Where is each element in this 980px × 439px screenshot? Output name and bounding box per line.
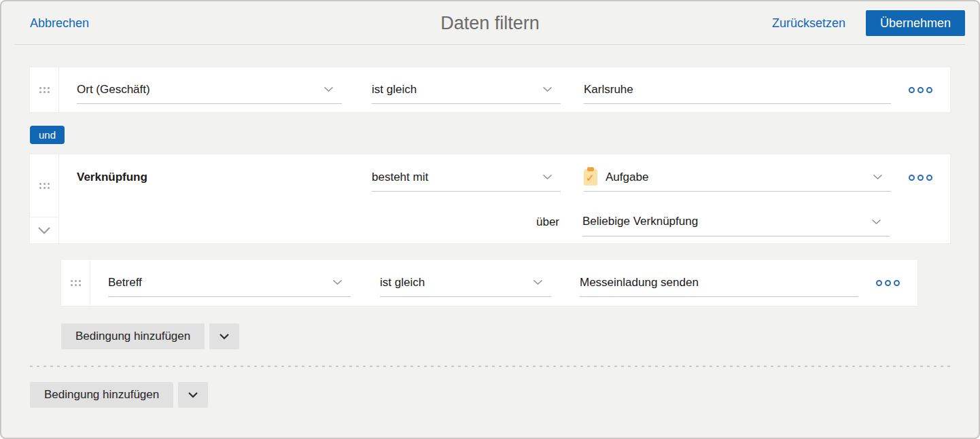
circle-icon <box>926 175 932 181</box>
circle-icon <box>894 280 900 286</box>
entity-select[interactable]: Aufgabe <box>584 163 891 192</box>
collapse-expander[interactable] <box>30 217 58 243</box>
related-entity-via-row: über Beliebige Verknüpfung <box>59 200 950 243</box>
logical-operator-badge[interactable]: und <box>30 126 65 144</box>
circle-icon <box>885 280 891 286</box>
chevron-down-icon <box>323 86 334 92</box>
value-field <box>580 268 858 297</box>
field-select-value: Ort (Geschäft) <box>77 83 323 96</box>
relationship-select[interactable]: Beliebige Verknüpfung <box>582 208 890 236</box>
chevron-down-icon <box>542 174 553 180</box>
field-select-value: Betreff <box>108 276 332 289</box>
chevron-down-icon <box>533 279 543 285</box>
operator-select[interactable]: ist gleich <box>380 268 551 297</box>
relationship-select-value: Beliebige Verknüpfung <box>582 215 871 228</box>
dialog-header: Abbrechen Daten filtern Zurücksetzen Übe… <box>1 1 979 45</box>
field-select[interactable]: Ort (Geschäft) <box>77 75 342 104</box>
chevron-down-icon <box>332 279 343 285</box>
apply-button[interactable]: Übernehmen <box>866 10 965 36</box>
circle-icon <box>909 175 915 181</box>
value-input[interactable] <box>584 83 883 96</box>
value-field <box>584 75 891 104</box>
relation-operator-select[interactable]: besteht mit <box>372 163 561 192</box>
via-label: über <box>77 215 559 229</box>
more-commands-button[interactable] <box>906 84 935 96</box>
drag-handle[interactable] <box>61 260 90 306</box>
circle-icon <box>909 87 915 93</box>
condition-row-1: Ort (Geschäft) ist gleich <box>30 67 950 112</box>
circle-icon <box>917 175 924 181</box>
task-clipboard-icon <box>584 169 597 186</box>
grip-dots-icon <box>71 280 81 286</box>
add-condition-menu-button[interactable] <box>178 382 208 408</box>
grip-dots-icon <box>39 87 50 93</box>
drag-handle[interactable] <box>30 67 59 112</box>
entity-select-value: Aufgabe <box>606 171 873 184</box>
circle-icon <box>917 87 924 93</box>
chevron-down-icon <box>219 333 230 340</box>
chevron-down-icon <box>37 226 51 234</box>
more-commands-button[interactable] <box>873 277 903 289</box>
chevron-down-icon <box>871 219 881 225</box>
grip-dots-icon <box>39 183 50 189</box>
filter-builder: Ort (Geschäft) ist gleich und <box>1 45 979 408</box>
drag-handle[interactable] <box>30 154 58 217</box>
more-commands-button[interactable] <box>906 172 935 183</box>
chevron-down-icon <box>873 174 883 180</box>
add-condition-button[interactable]: Bedingung hinzufügen <box>61 323 205 349</box>
cancel-button[interactable]: Abbrechen <box>30 16 89 31</box>
reset-button[interactable]: Zurücksetzen <box>772 16 845 31</box>
related-entity-label: Verknüpfung <box>77 171 342 184</box>
group-divider <box>30 366 950 367</box>
header-actions: Zurücksetzen Übernehmen <box>772 10 965 36</box>
field-select[interactable]: Betreff <box>108 268 351 297</box>
root-add-condition-group: Bedingung hinzufügen <box>30 382 950 408</box>
related-entity-content: Verknüpfung besteht mit Aufgabe über <box>59 154 950 243</box>
row-left-column <box>30 154 59 243</box>
condition-row-content: Ort (Geschäft) ist gleich <box>59 67 950 112</box>
add-condition-menu-button[interactable] <box>209 323 239 349</box>
nested-condition-row: Betreff ist gleich <box>61 260 917 306</box>
related-entity-row: Verknüpfung besteht mit Aufgabe über <box>30 154 950 243</box>
operator-select[interactable]: ist gleich <box>372 75 561 104</box>
circle-icon <box>876 280 882 286</box>
nested-add-condition-group: Bedingung hinzufügen <box>61 323 950 349</box>
operator-select-value: ist gleich <box>380 276 533 289</box>
circle-icon <box>926 87 932 93</box>
chevron-down-icon <box>542 86 553 92</box>
nested-condition-content: Betreff ist gleich <box>90 260 917 306</box>
filter-dialog: Abbrechen Daten filtern Zurücksetzen Übe… <box>0 0 980 439</box>
value-input[interactable] <box>580 276 850 289</box>
related-entity-main-row: Verknüpfung besteht mit Aufgabe <box>59 154 950 200</box>
chevron-down-icon <box>188 391 198 398</box>
relation-operator-value: besteht mit <box>372 171 542 184</box>
operator-select-value: ist gleich <box>372 83 542 96</box>
add-condition-button[interactable]: Bedingung hinzufügen <box>30 382 173 408</box>
